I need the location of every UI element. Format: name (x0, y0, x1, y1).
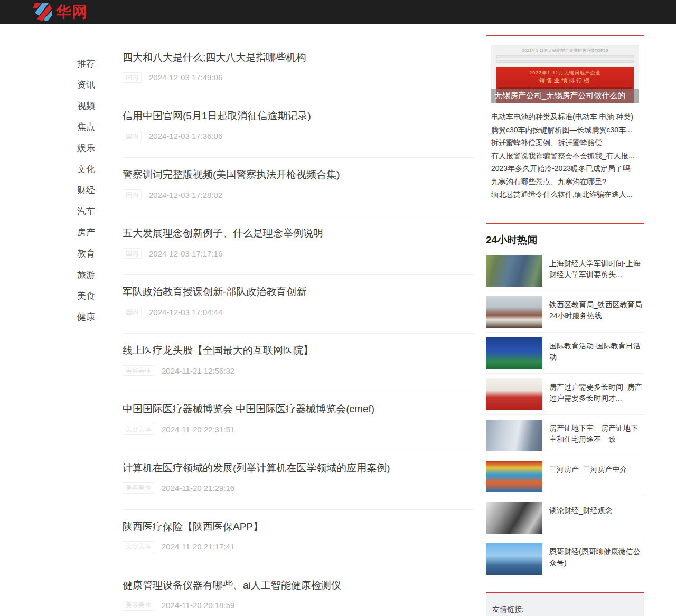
article-meta: 美容美体 2024-11-20 22:31:51 (123, 424, 474, 434)
article-title-link[interactable]: 四大和八大是什么;四大八大是指哪些机构 (123, 51, 474, 64)
featured-image-text-line (496, 60, 634, 63)
article-category-badge: 美容美体 (123, 541, 154, 552)
sidebar-link[interactable]: 缅北悬赏通缉令什么软件,缅北诈骗在逃人... (491, 188, 639, 201)
sidebar-link[interactable]: 电动车电池的种类及标准(电动车 电池 种类) (491, 110, 639, 124)
international-education-event-photo (486, 337, 542, 369)
featured-image-headline: 2023年1-11月无锡房地产企业销售业绩TOP20 (491, 45, 639, 53)
hot-news-title: 房产证地下室—房产证地下室和住宅用途不一致 (549, 420, 644, 446)
featured-article-image[interactable]: 2023年1-11月无锡房地产企业销售业绩TOP20 2023年1-11月无锡房… (491, 45, 639, 103)
article-item: 计算机在医疗领域的发展(列举计算机在医学领域的应用案例) 美容美体 2024-1… (123, 451, 474, 510)
article-category-badge: 美容美体 (123, 424, 154, 434)
article-meta: 国内 2024-12-03 17:04:44 (123, 307, 474, 317)
sidebar-link[interactable]: 有人报警说我诈骗警察会不会抓我_有人报... (491, 149, 639, 163)
article-title-link[interactable]: 军队政治教育授课创新-部队政治教育创新 (123, 286, 474, 299)
article-meta: 美容美体 2024-11-21 12:56:32 (123, 365, 474, 376)
article-timestamp: 2024-12-03 17:17:16 (149, 249, 222, 258)
friend-links-label: 友情链接: (492, 605, 524, 613)
hot-news-item[interactable]: 房产过户需要多长时间_房产过户需要多长时间才... (486, 374, 644, 415)
article-item: 军队政治教育授课创新-部队政治教育创新 国内 2024-12-03 17:04:… (123, 275, 474, 334)
sidebar-link[interactable]: 腾翼c30车内按键解析图—长城腾翼c30车... (491, 124, 639, 137)
article-timestamp: 2024-12-03 17:49:06 (149, 73, 222, 82)
nav-item-travel[interactable]: 旅游 (32, 264, 123, 286)
city-skyline-photo (486, 543, 542, 575)
article-category-badge: 国内 (123, 131, 142, 141)
hot-news-heading: 24小时热闻 (486, 233, 644, 247)
site-logo[interactable]: 华网 (33, 3, 88, 21)
article-meta: 美容美体 2024-11-20 20:18:59 (123, 600, 474, 610)
site-logo-icon (33, 3, 52, 21)
nav-item-realestate[interactable]: 房产 (32, 222, 123, 243)
article-title-link[interactable]: 健康管理设备仪器有哪些、ai人工智能健康检测仪 (123, 579, 474, 592)
hot-news-title: 房产过户需要多长时间_房产过户需要多长时间才... (549, 378, 644, 404)
education-bureau-group-photo (486, 296, 542, 328)
article-category-badge: 国内 (123, 307, 142, 317)
article-title-link[interactable]: 警察训词完整版视频(美国警察执法开枪视频合集) (123, 168, 474, 182)
article-item: 线上医疗龙头股【全国最大的互联网医院】 美容美体 2024-11-21 12:5… (123, 334, 474, 392)
nav-item-recommend[interactable]: 推荐 (32, 53, 123, 74)
sidebar-link-list: 电动车电池的种类及标准(电动车 电池 种类) 腾翼c30车内按键解析图—长城腾翼… (491, 110, 639, 201)
article-title-link[interactable]: 五大发展理念创新例子、什么是理念举例说明 (123, 227, 474, 240)
page-container: 推荐 资讯 视频 焦点 娱乐 文化 财经 汽车 房产 教育 旅游 美食 健康 四… (0, 24, 676, 616)
hot-news-title: 国际教育活动-国际教育日活动 (549, 337, 644, 363)
nav-item-video[interactable]: 视频 (32, 96, 123, 117)
hot-news-item[interactable]: 谈论财经_财经观念 (486, 497, 644, 538)
article-title-link[interactable]: 线上医疗龙头股【全国最大的互联网医院】 (123, 344, 474, 357)
nav-item-focus[interactable]: 焦点 (32, 117, 123, 138)
sanhe-realty-video-thumbnail (486, 461, 542, 492)
article-title-link[interactable]: 计算机在医疗领域的发展(列举计算机在医学领域的应用案例) (123, 462, 474, 475)
right-sidebar: 2023年1-11月无锡房地产企业销售业绩TOP20 2023年1-11月无锡房… (486, 24, 644, 616)
hot-news-item[interactable]: 恩哥财经(恩哥聊健康微信公众号) (486, 538, 644, 579)
article-category-badge: 国内 (123, 189, 142, 200)
hot-news-title: 上海财经大学军训时间-上海财经大学军训要剪头... (549, 255, 644, 281)
nav-item-food[interactable]: 美食 (32, 286, 123, 307)
article-meta: 国内 2024-12-03 17:28:02 (123, 189, 474, 200)
article-category-badge: 国内 (123, 72, 142, 83)
nav-item-auto[interactable]: 汽车 (32, 201, 123, 222)
article-timestamp: 2024-11-20 21:17:41 (162, 542, 234, 551)
article-item: 陕西医疗保险【陕西医保APP】 美容美体 2024-11-20 21:17:41 (123, 510, 474, 568)
featured-image-caption: 无锡房产公司_无锡房产公司做什么的 (491, 89, 639, 103)
nav-item-entertainment[interactable]: 娱乐 (32, 138, 123, 159)
article-timestamp: 2024-12-03 17:04:44 (149, 308, 222, 317)
sidebar-link[interactable]: 拆迁蜜蜂补偿案例、拆迁蜜蜂赔偿 (491, 136, 639, 149)
article-title-link[interactable]: 陕西医疗保险【陕西医保APP】 (123, 520, 474, 534)
economist-portrait-bw-photo (486, 502, 542, 534)
friend-links-card: 友情链接: (486, 592, 644, 616)
article-item: 五大发展理念创新例子、什么是理念举例说明 国内 2024-12-03 17:17… (123, 216, 474, 275)
hot-news-item[interactable]: 上海财经大学军训时间-上海财经大学军训要剪头... (486, 250, 644, 291)
article-timestamp: 2024-11-20 20:18:59 (162, 601, 234, 610)
nav-item-health[interactable]: 健康 (32, 307, 123, 328)
article-timestamp: 2024-11-20 22:31:51 (162, 425, 234, 434)
sidebar-link[interactable]: 2023年多久开始冷-2023暖冬已成定局了吗 (491, 162, 639, 175)
article-timestamp: 2024-11-20 21:29:16 (162, 484, 234, 492)
sidebar-link[interactable]: 九寒沟有哪些景点、九寒沟在哪里? (491, 175, 639, 188)
featured-card: 2023年1-11月无锡房地产企业销售业绩TOP20 2023年1-11月无锡房… (486, 35, 644, 214)
hot-news-item[interactable]: 三河房产_三河房产中介 (486, 456, 644, 497)
article-title-link[interactable]: 信用中国官网(5月1日起取消征信逾期记录) (123, 110, 474, 123)
hot-news-item[interactable]: 铁西区教育局_铁西区教育局24小时服务热线 (486, 291, 644, 333)
article-category-badge: 美容美体 (123, 482, 154, 493)
article-title-link[interactable]: 中国国际医疗器械博览会 中国国际医疗器械博览会(cmef) (123, 403, 474, 416)
article-category-badge: 国内 (123, 248, 142, 259)
article-timestamp: 2024-11-21 12:56:32 (162, 366, 234, 375)
banner-line-1: 2023年1-11月无锡房地产企业 (496, 67, 634, 77)
hot-news-item[interactable]: 国际教育活动-国际教育日活动 (486, 333, 644, 374)
article-item: 健康管理设备仪器有哪些、ai人工智能健康检测仪 美容美体 2024-11-20 … (123, 568, 474, 616)
nav-item-education[interactable]: 教育 (32, 243, 123, 264)
nav-item-culture[interactable]: 文化 (32, 159, 123, 180)
nav-item-news[interactable]: 资讯 (32, 74, 123, 96)
article-meta: 美容美体 2024-11-20 21:17:41 (123, 541, 474, 552)
hot-news-title: 铁西区教育局_铁西区教育局24小时服务热线 (549, 296, 644, 322)
category-nav: 推荐 资讯 视频 焦点 娱乐 文化 财经 汽车 房产 教育 旅游 美食 健康 (32, 24, 123, 616)
hot-news-title: 谈论财经_财经观念 (549, 502, 613, 517)
military-training-photo (486, 255, 542, 287)
hot-news-title: 恩哥财经(恩哥聊健康微信公众号) (549, 543, 644, 569)
article-category-badge: 美容美体 (123, 600, 154, 610)
article-meta: 美容美体 2024-11-20 21:29:16 (123, 482, 474, 493)
featured-image-text-line (496, 55, 634, 58)
article-item: 警察训词完整版视频(美国警察执法开枪视频合集) 国内 2024-12-03 17… (123, 158, 474, 216)
nav-item-finance[interactable]: 财经 (32, 180, 123, 201)
house-transfer-illustration (486, 378, 542, 410)
hot-news-item[interactable]: 房产证地下室—房产证地下室和住宅用途不一致 (486, 415, 644, 456)
article-list: 四大和八大是什么;四大八大是指哪些机构 国内 2024-12-03 17:49:… (123, 24, 474, 616)
